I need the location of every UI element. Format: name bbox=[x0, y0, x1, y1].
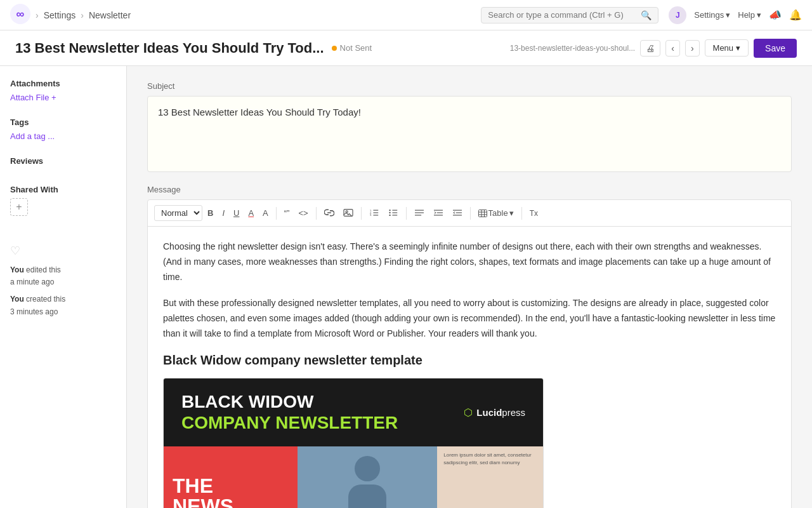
blockquote-button[interactable]: “” bbox=[280, 206, 294, 220]
reviews-title: Reviews bbox=[10, 156, 116, 166]
bold-button[interactable]: B bbox=[204, 206, 217, 220]
breadcrumb-sep-1: › bbox=[36, 10, 39, 20]
italic-button[interactable]: I bbox=[218, 206, 228, 220]
title-actions: 13-best-newsletter-ideas-you-shoul... 🖨 … bbox=[510, 39, 797, 58]
search-bar[interactable]: 🔍 bbox=[481, 7, 658, 23]
link-button[interactable] bbox=[320, 206, 338, 221]
editor-para-1: Choosing the right newsletter design isn… bbox=[163, 239, 776, 284]
toolbar-divider-1 bbox=[276, 207, 277, 220]
activity-item-1: You edited this a minute ago bbox=[10, 264, 116, 288]
clear-format-button[interactable]: Tx bbox=[526, 207, 542, 220]
shared-add-button[interactable]: + bbox=[10, 198, 28, 216]
table-arrow-icon: ▾ bbox=[509, 208, 514, 218]
status-badge: Not Sent bbox=[332, 43, 372, 53]
doc-title: 13 Best Newsletter Ideas You Should Try … bbox=[15, 40, 324, 57]
svg-text:3.: 3. bbox=[370, 213, 372, 217]
attachments-section: Attachments Attach File + bbox=[10, 79, 116, 102]
prev-button[interactable]: ‹ bbox=[665, 40, 680, 57]
mockup-header: BLACK WIDOW COMPANY NEWSLETTER ⬡ Lucidpr… bbox=[164, 378, 543, 446]
search-icon: 🔍 bbox=[641, 10, 652, 20]
font-color-button[interactable]: A bbox=[244, 206, 258, 220]
indent-right-button[interactable] bbox=[429, 206, 447, 221]
logo[interactable]: ∞ bbox=[10, 4, 30, 26]
menu-button[interactable]: Menu ▾ bbox=[705, 39, 749, 57]
toolbar-divider-2 bbox=[316, 207, 317, 220]
code-button[interactable]: <> bbox=[294, 206, 311, 220]
status-dot bbox=[332, 46, 337, 51]
add-tag-link[interactable]: Add a tag ... bbox=[10, 131, 55, 141]
table-button[interactable]: Table ▾ bbox=[475, 206, 518, 220]
indent-left-button[interactable] bbox=[449, 206, 466, 221]
svg-point-15 bbox=[389, 214, 390, 215]
mockup-sidebar-text: Lorem ipsum dolor sit amet, consetetur s… bbox=[443, 451, 537, 467]
next-button[interactable]: › bbox=[685, 40, 700, 57]
shared-with-section: Shared With + bbox=[10, 185, 116, 216]
nav-actions: J Settings ▾ Help ▾ 📣 🔔 bbox=[669, 6, 802, 24]
tags-title: Tags bbox=[10, 117, 116, 127]
editor-toolbar: Normal B I U A A “” <> bbox=[148, 200, 791, 227]
align-button[interactable] bbox=[410, 206, 428, 221]
subject-label: Subject bbox=[147, 81, 792, 91]
bell-icon[interactable]: 🔔 bbox=[789, 9, 802, 21]
top-nav: ∞ › Settings › Newsletter 🔍 J Settings ▾… bbox=[0, 0, 812, 30]
image-button[interactable] bbox=[339, 206, 357, 221]
mockup-logo-icon: ⬡ bbox=[464, 406, 473, 418]
print-button[interactable]: 🖨 bbox=[640, 40, 660, 57]
mockup-news-line2: NEWS bbox=[173, 496, 233, 508]
mockup-title-sub: COMPANY NEWSLETTER bbox=[181, 412, 398, 434]
content-area: Subject 13 Best Newsletter Ideas You Sho… bbox=[127, 66, 812, 508]
search-input[interactable] bbox=[488, 10, 637, 20]
mockup-logo-text: Lucidpress bbox=[476, 407, 525, 418]
mockup-titles: BLACK WIDOW COMPANY NEWSLETTER bbox=[181, 391, 398, 434]
editor-content[interactable]: Choosing the right newsletter design isn… bbox=[148, 227, 791, 508]
help-nav-button[interactable]: Help ▾ bbox=[738, 10, 761, 20]
mockup-body: THE NEWS bbox=[164, 446, 543, 508]
mockup-logo: ⬡ Lucidpress bbox=[464, 406, 525, 418]
editor-para-2: But with these professionally designed n… bbox=[163, 296, 776, 341]
toolbar-divider-5 bbox=[470, 207, 471, 220]
status-text: Not Sent bbox=[340, 43, 372, 53]
subject-text: 13 Best Newsletter Ideas You Should Try … bbox=[158, 107, 781, 117]
title-bar: 13 Best Newsletter Ideas You Should Try … bbox=[0, 30, 812, 66]
svg-rect-25 bbox=[478, 210, 487, 217]
unordered-list-button[interactable] bbox=[384, 206, 402, 221]
svg-text:∞: ∞ bbox=[16, 8, 25, 20]
breadcrumb-sep-2: › bbox=[81, 10, 84, 20]
breadcrumb-settings[interactable]: Settings bbox=[44, 10, 76, 20]
toolbar-divider-6 bbox=[521, 207, 522, 220]
svg-point-31 bbox=[355, 456, 380, 481]
save-button[interactable]: Save bbox=[754, 39, 797, 58]
activity-section: ♡ You edited this a minute ago You creat… bbox=[10, 236, 116, 318]
newsletter-mockup-image: BLACK WIDOW COMPANY NEWSLETTER ⬡ Lucidpr… bbox=[163, 378, 544, 508]
toolbar-divider-3 bbox=[361, 207, 362, 220]
message-label: Message bbox=[147, 185, 792, 194]
mockup-red-section: THE NEWS bbox=[164, 446, 298, 508]
avatar[interactable]: J bbox=[669, 6, 686, 24]
mockup-news-line1: THE bbox=[173, 476, 213, 496]
editor-heading: Black Widow company newsletter template bbox=[163, 353, 776, 368]
attachments-title: Attachments bbox=[10, 79, 116, 88]
slug-text: 13-best-newsletter-ideas-you-shoul... bbox=[510, 44, 635, 53]
main-layout: Attachments Attach File + Tags Add a tag… bbox=[0, 66, 812, 508]
mockup-photo-section bbox=[298, 446, 437, 508]
settings-nav-button[interactable]: Settings ▾ bbox=[694, 10, 730, 20]
ordered-list-button[interactable]: 1. 2. 3. bbox=[365, 206, 383, 221]
megaphone-icon[interactable]: 📣 bbox=[769, 9, 782, 21]
highlight-button[interactable]: A bbox=[259, 206, 272, 220]
shared-with-title: Shared With bbox=[10, 185, 116, 194]
attach-file-link[interactable]: Attach File + bbox=[10, 93, 56, 102]
reviews-section: Reviews bbox=[10, 156, 116, 170]
heart-icon: ♡ bbox=[10, 244, 116, 258]
sidebar: Attachments Attach File + Tags Add a tag… bbox=[0, 66, 127, 508]
activity-item-2: You created this 3 minutes ago bbox=[10, 293, 116, 318]
message-section: Normal B I U A A “” <> bbox=[147, 199, 792, 508]
style-select[interactable]: Normal bbox=[154, 205, 202, 221]
mockup-title-main: BLACK WIDOW bbox=[181, 391, 398, 413]
breadcrumb-newsletter[interactable]: Newsletter bbox=[89, 10, 131, 20]
mockup-sidebar-section: Lorem ipsum dolor sit amet, consetetur s… bbox=[437, 446, 543, 508]
table-label: Table bbox=[488, 208, 508, 218]
svg-point-14 bbox=[389, 211, 390, 213]
subject-box[interactable]: 13 Best Newsletter Ideas You Should Try … bbox=[147, 96, 792, 172]
svg-rect-32 bbox=[348, 485, 386, 508]
underline-button[interactable]: U bbox=[230, 206, 243, 220]
